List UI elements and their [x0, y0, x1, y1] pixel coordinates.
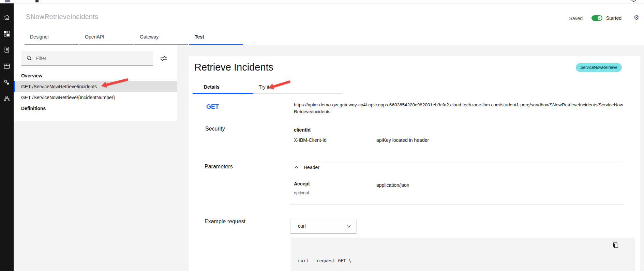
main-tabs: Designer OpenAPI Gateway Test: [25, 30, 244, 45]
parameters-section-label: Parameters: [205, 164, 233, 170]
language-select[interactable]: curl: [290, 219, 357, 234]
endpoint-url: https://apim-demo-gw-gateway-cp4i-apic.a…: [294, 102, 626, 115]
dashboard-icon[interactable]: [3, 63, 10, 70]
started-toggle[interactable]: ✓: [591, 15, 602, 21]
app-switcher-icon[interactable]: [3, 30, 10, 37]
param-value: application/json: [376, 182, 409, 188]
section-divider: [289, 161, 624, 161]
subtab-try-it[interactable]: Try it: [253, 82, 343, 94]
key-icon[interactable]: [3, 79, 10, 86]
detail-subtabs: Details Try it: [193, 82, 343, 94]
subtab-details[interactable]: Details: [193, 82, 253, 94]
section-divider: [289, 204, 624, 205]
nav-item-definitions[interactable]: Definitions: [14, 103, 177, 114]
param-name: Accept: [294, 181, 310, 186]
api-tag-badge: ServiceNowRetrieve: [576, 63, 622, 72]
page-title: SNowRetrieveIncidents: [26, 13, 98, 21]
header-group-label: Header: [304, 165, 319, 170]
tab-test[interactable]: Test: [189, 30, 243, 45]
header-group-collapse[interactable]: Header: [294, 165, 319, 170]
home-icon[interactable]: [3, 14, 10, 21]
security-description: apiKey located in header: [376, 137, 429, 143]
http-method-label: GET: [206, 103, 219, 110]
param-requirement: optional: [294, 191, 309, 195]
browser-profile-icon: [631, 0, 636, 2]
example-request-label: Example request: [205, 219, 245, 225]
operation-list: Overview GET /ServiceNowRetrieve/inciden…: [14, 70, 177, 114]
language-select-value: curl: [298, 219, 306, 233]
tab-openapi[interactable]: OpenAPI: [79, 30, 133, 45]
filter-search[interactable]: [21, 51, 153, 66]
api-explorer-panel: Overview GET /ServiceNowRetrieve/inciden…: [14, 45, 177, 121]
toggle-check-icon: ✓: [598, 16, 602, 20]
tab-gateway[interactable]: Gateway: [134, 30, 188, 45]
arrow-head: [101, 82, 107, 89]
copy-icon[interactable]: [611, 241, 620, 250]
browser-edge-strip: [0, 0, 644, 3]
curl-command: curl --request GET \ --url https://apim-…: [298, 243, 565, 271]
security-section-label: Security: [205, 126, 225, 132]
favicon-artifact: [35, 0, 39, 2]
settings-adjust-icon[interactable]: [160, 55, 167, 62]
topology-icon[interactable]: [3, 95, 10, 102]
security-header-name: X-IBM-Client-Id: [294, 137, 327, 143]
chevron-up-icon: [294, 166, 298, 169]
nav-item-get-incidentnumber[interactable]: GET /ServiceNowRetrieve/{IncidentNumber}: [14, 92, 177, 103]
operation-detail-panel: Retrieve Incidents ServiceNowRetrieve De…: [189, 56, 640, 271]
favicon-artifact: [5, 0, 10, 2]
api-header: SNowRetrieveIncidents Saved ✓ Started ⚙ …: [14, 3, 644, 45]
operation-title: Retrieve Incidents: [194, 62, 273, 73]
search-icon: [26, 55, 32, 61]
tab-designer[interactable]: Designer: [25, 30, 78, 45]
nav-item-overview[interactable]: Overview: [14, 70, 177, 81]
toggle-label: Started: [606, 15, 621, 21]
security-scheme-name: clientId: [294, 127, 311, 133]
app-sidebar: [0, 3, 14, 271]
chevron-down-icon: [347, 225, 351, 228]
gear-icon[interactable]: ⚙: [633, 14, 639, 22]
save-status: Saved: [569, 16, 583, 21]
catalog-icon[interactable]: [3, 46, 10, 53]
nav-item-get-incidents[interactable]: GET /ServiceNowRetrieve/incidents: [14, 81, 177, 92]
example-code-block: curl --request GET \ --url https://apim-…: [290, 238, 635, 271]
filter-input[interactable]: [36, 51, 148, 65]
